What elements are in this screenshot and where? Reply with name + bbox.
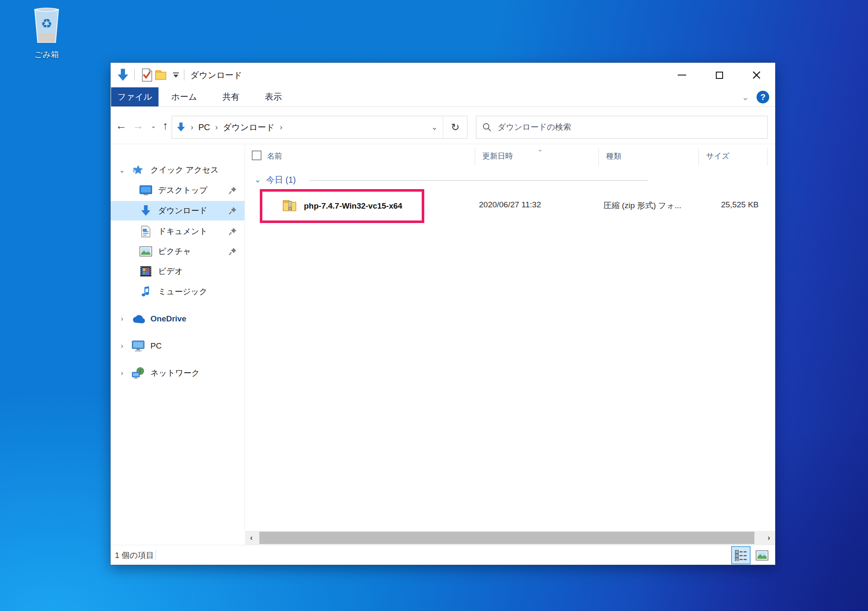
pc-icon: [131, 340, 145, 352]
pin-icon: [228, 206, 237, 215]
qat-customize-dropdown[interactable]: [173, 73, 179, 78]
details-view-button[interactable]: [731, 546, 751, 564]
scrollbar-thumb[interactable]: [259, 532, 754, 544]
column-name[interactable]: 名前: [267, 151, 282, 161]
explorer-window: ダウンロード ファイル ホーム 共有 表示 ⌄ ?: [111, 63, 775, 565]
large-icons-view-button[interactable]: [752, 546, 772, 564]
sidebar-label: ドキュメント: [158, 226, 208, 237]
select-all-checkbox[interactable]: [252, 151, 262, 160]
window-title: ダウンロード: [190, 70, 242, 81]
column-separator[interactable]: [698, 148, 699, 166]
group-collapse-chevron-icon[interactable]: ⌄: [254, 175, 261, 184]
sidebar-item-network[interactable]: › ネットワーク: [111, 363, 245, 383]
minimize-button[interactable]: [663, 63, 701, 87]
sidebar-item-pc[interactable]: › PC: [111, 336, 245, 356]
scroll-left-button[interactable]: ‹: [245, 531, 258, 545]
onedrive-icon: [131, 314, 145, 324]
tab-file[interactable]: ファイル: [111, 87, 159, 106]
expand-chevron-icon[interactable]: ›: [117, 369, 127, 377]
column-headers: 名前 更新日時 ⌄ 種類 サイズ: [245, 145, 775, 169]
tab-share[interactable]: 共有: [210, 87, 252, 106]
ribbon-expand-chevron-icon[interactable]: ⌄: [742, 92, 749, 102]
file-type: 圧縮 (zip 形式) フォ...: [604, 200, 682, 211]
horizontal-scrollbar[interactable]: ‹ ›: [245, 531, 775, 545]
expand-chevron-icon[interactable]: ›: [117, 315, 127, 323]
tab-home[interactable]: ホーム: [159, 87, 210, 106]
recycle-bin[interactable]: ♻ ごみ箱: [23, 7, 70, 60]
close-icon: [752, 71, 761, 79]
address-bar[interactable]: › PC › ダウンロード › ⌄: [172, 116, 443, 139]
collapse-chevron-icon[interactable]: ⌄: [117, 166, 127, 174]
tab-view[interactable]: 表示: [252, 87, 295, 106]
close-button[interactable]: [738, 63, 775, 87]
sidebar-label: ダウンロード: [158, 205, 207, 216]
ribbon-right-controls: ⌄ ?: [742, 87, 769, 107]
sidebar-item-desktop[interactable]: デスクトップ: [111, 181, 245, 200]
sidebar-item-pictures[interactable]: ピクチャ: [111, 242, 245, 261]
breadcrumb-chevron-icon[interactable]: ›: [280, 123, 282, 132]
sidebar-item-documents[interactable]: ドキュメント: [111, 222, 245, 241]
maximize-button[interactable]: [701, 63, 738, 87]
help-button[interactable]: ?: [757, 91, 769, 103]
downloads-window-icon: [117, 68, 129, 82]
ribbon-tab-bar: ファイル ホーム 共有 表示 ⌄ ?: [111, 87, 775, 107]
titlebar-separator: [134, 70, 135, 81]
sidebar-item-music[interactable]: ミュージック: [111, 282, 245, 301]
sidebar-label: PC: [150, 341, 161, 351]
network-icon: [131, 367, 145, 379]
search-box[interactable]: [476, 116, 768, 139]
desktop-icon: [139, 185, 153, 196]
sidebar-label: ネットワーク: [150, 368, 200, 379]
sidebar-item-downloads[interactable]: ダウンロード: [111, 201, 245, 220]
sidebar-item-quick-access[interactable]: ⌄ クイック アクセス: [111, 160, 245, 180]
breadcrumb-item-pc[interactable]: PC: [198, 123, 210, 132]
sidebar-label: ミュージック: [158, 286, 207, 297]
back-button[interactable]: ←: [114, 107, 128, 144]
column-separator[interactable]: [767, 148, 768, 166]
file-name: php-7.4.7-Win32-vc15-x64: [304, 201, 402, 211]
refresh-button[interactable]: ↻: [443, 116, 467, 139]
desktop: ♻ ごみ箱: [0, 0, 868, 611]
breadcrumb: › PC › ダウンロード ›: [172, 122, 426, 133]
sidebar-label: ビデオ: [158, 266, 183, 277]
qat-new-folder-button[interactable]: [154, 68, 169, 82]
sort-descending-icon: ⌄: [537, 145, 543, 153]
column-separator[interactable]: [475, 148, 475, 166]
forward-button[interactable]: →: [131, 107, 145, 144]
file-row[interactable]: php-7.4.7-Win32-vc15-x64 2020/06/27 11:3…: [245, 189, 775, 223]
sidebar-label: OneDrive: [150, 314, 186, 324]
column-date-modified[interactable]: 更新日時: [482, 151, 513, 161]
status-separator: [156, 550, 156, 561]
file-size: 25,525 KB: [686, 200, 759, 209]
properties-icon: [141, 68, 153, 82]
column-separator[interactable]: [598, 148, 599, 166]
recycle-bin-icon: ♻: [29, 7, 64, 45]
sidebar-item-videos[interactable]: ビデオ: [111, 262, 245, 281]
music-icon: [139, 286, 153, 298]
expand-chevron-icon[interactable]: ›: [117, 342, 127, 350]
scroll-right-button[interactable]: ›: [762, 531, 775, 545]
group-header-today[interactable]: ⌄ 今日 (1): [245, 173, 775, 188]
sidebar-item-onedrive[interactable]: › OneDrive: [111, 309, 245, 329]
sidebar-label: クイック アクセス: [150, 165, 219, 176]
breadcrumb-item-downloads[interactable]: ダウンロード: [223, 122, 275, 133]
status-bar: 1 個の項目: [111, 545, 775, 565]
main-content: ⌄ クイック アクセス デスクトップ: [111, 145, 775, 531]
file-list-pane: 名前 更新日時 ⌄ 種類 サイズ ⌄ 今日 (1): [245, 145, 775, 531]
qat-properties-button[interactable]: [140, 68, 154, 82]
videos-icon: [139, 266, 153, 277]
up-button[interactable]: ↑: [158, 107, 172, 144]
maximize-icon: [716, 72, 723, 79]
address-dropdown-icon[interactable]: ⌄: [426, 116, 443, 138]
column-type[interactable]: 種類: [606, 151, 621, 161]
breadcrumb-chevron-icon[interactable]: ›: [215, 123, 218, 132]
recycle-bin-label: ごみ箱: [23, 49, 70, 60]
documents-icon: [139, 226, 153, 237]
column-size[interactable]: サイズ: [706, 151, 729, 161]
search-input[interactable]: [498, 123, 761, 132]
new-folder-icon: [155, 69, 168, 81]
pin-icon: [228, 227, 237, 236]
zip-file-icon: [283, 199, 298, 213]
file-date-modified: 2020/06/27 11:32: [479, 200, 541, 209]
svg-text:♻: ♻: [41, 17, 53, 31]
